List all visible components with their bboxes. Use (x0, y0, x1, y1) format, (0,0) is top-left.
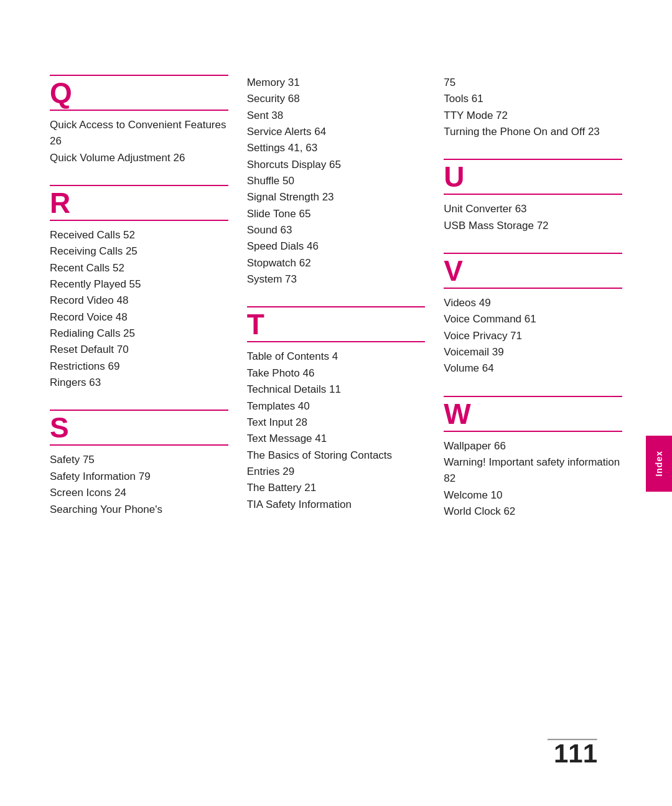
entry-q-2: Quick Volume Adjustment 26 (50, 150, 228, 166)
entry-v-2: Voice Command 61 (444, 311, 622, 327)
entry-u-2: USB Mass Storage 72 (444, 218, 622, 234)
entry-sc-7: Shuffle 50 (247, 173, 426, 189)
entry-u-1: Unit Converter 63 (444, 201, 622, 217)
divider-r (50, 220, 228, 221)
entry-r-2: Receiving Calls 25 (50, 243, 228, 260)
divider-top-q (50, 75, 228, 76)
entry-t-3: Technical Details 11 (247, 382, 426, 398)
entry-s-2: Safety Information 79 (50, 469, 228, 485)
divider-top-s (50, 410, 228, 411)
entry-sc-10: Sound 63 (247, 222, 426, 238)
entry-r-3: Recent Calls 52 (50, 260, 228, 276)
entry-sc-11: Speed Dials 46 (247, 238, 426, 255)
entry-q-1: Quick Access to Convenient Features 26 (50, 117, 228, 150)
divider-top-r (50, 185, 228, 186)
entry-s-1: Safety 75 (50, 452, 228, 468)
section-t-cont: 75 Tools 61 TTY Mode 72 Turning the Phon… (444, 75, 622, 140)
section-r: R Received Calls 52 Receiving Calls 25 R… (50, 185, 228, 391)
entry-t-4: Templates 40 (247, 398, 426, 415)
entry-t-9: TIA Safety Information (247, 497, 426, 513)
entry-w-1: Wallpaper 66 (444, 438, 622, 454)
index-tab: Index (646, 436, 672, 492)
divider-s (50, 444, 228, 446)
entry-tc-1: 75 (444, 75, 622, 91)
section-s-cont: Memory 31 Security 68 Sent 38 Service Al… (247, 75, 426, 288)
entry-sc-4: Service Alerts 64 (247, 124, 426, 140)
divider-q (50, 110, 228, 111)
entry-sc-6: Shorcuts Display 65 (247, 157, 426, 173)
entry-sc-1: Memory 31 (247, 75, 426, 91)
entry-r-8: Reset Default 70 (50, 342, 228, 358)
entry-sc-3: Sent 38 (247, 108, 426, 124)
entry-w-2: Warning! Important safety information 82 (444, 454, 622, 487)
entry-v-3: Voice Privacy 71 (444, 328, 622, 344)
entry-v-1: Videos 49 (444, 295, 622, 311)
section-v: V Videos 49 Voice Command 61 Voice Priva… (444, 253, 622, 377)
letter-r: R (50, 189, 228, 217)
letter-q: Q (50, 78, 228, 107)
entry-tc-2: Tools 61 (444, 91, 622, 107)
entry-r-9: Restrictions 69 (50, 358, 228, 375)
page-number: 111 (554, 739, 597, 769)
entry-sc-2: Security 68 (247, 91, 426, 107)
divider-w (444, 431, 622, 432)
entry-sc-13: System 73 (247, 271, 426, 288)
entry-w-3: Welcome 10 (444, 487, 622, 504)
entry-r-5: Record Video 48 (50, 293, 228, 309)
entry-r-1: Received Calls 52 (50, 227, 228, 243)
entry-t-7: The Basics of Storing Contacts Entries 2… (247, 448, 426, 480)
divider-top-w (444, 396, 622, 397)
entry-tc-4: Turning the Phone On and Off 23 (444, 124, 622, 140)
divider-v (444, 288, 622, 289)
section-t: T Table of Contents 4 Take Photo 46 Tech… (247, 306, 426, 512)
column-1: Q Quick Access to Convenient Features 26… (50, 75, 247, 756)
section-u: U Unit Converter 63 USB Mass Storage 72 (444, 159, 622, 234)
divider-top-t (247, 306, 426, 307)
entry-r-4: Recently Played 55 (50, 276, 228, 293)
entry-sc-8: Signal Strength 23 (247, 189, 426, 205)
entry-r-6: Record Voice 48 (50, 309, 228, 326)
divider-u (444, 194, 622, 195)
section-s: S Safety 75 Safety Information 79 Screen… (50, 410, 228, 517)
entry-tc-3: TTY Mode 72 (444, 108, 622, 124)
section-q: Q Quick Access to Convenient Features 26… (50, 75, 228, 166)
entry-t-5: Text Input 28 (247, 415, 426, 431)
letter-s: S (50, 413, 228, 442)
divider-t (247, 341, 426, 342)
entry-t-1: Table of Contents 4 (247, 349, 426, 365)
entry-v-4: Voicemail 39 (444, 344, 622, 360)
entry-sc-5: Settings 41, 63 (247, 140, 426, 156)
entry-s-4: Searching Your Phone's (50, 502, 228, 518)
entry-r-7: Redialing Calls 25 (50, 326, 228, 342)
page-content: Q Quick Access to Convenient Features 26… (0, 0, 672, 806)
divider-top-u (444, 159, 622, 160)
entry-r-10: Ringers 63 (50, 375, 228, 391)
letter-u: U (444, 162, 622, 191)
letter-v: V (444, 256, 622, 285)
entry-sc-9: Slide Tone 65 (247, 206, 426, 222)
section-w: W Wallpaper 66 Warning! Important safety… (444, 396, 622, 520)
entry-t-8: The Battery 21 (247, 480, 426, 496)
column-3: 75 Tools 61 TTY Mode 72 Turning the Phon… (444, 75, 622, 756)
letter-t: T (247, 310, 426, 339)
letter-w: W (444, 400, 622, 428)
entry-t-2: Take Photo 46 (247, 365, 426, 382)
column-2: Memory 31 Security 68 Sent 38 Service Al… (247, 75, 444, 756)
entry-w-4: World Clock 62 (444, 504, 622, 520)
index-tab-label: Index (654, 451, 664, 477)
entry-t-6: Text Message 41 (247, 431, 426, 447)
entry-v-5: Volume 64 (444, 360, 622, 377)
divider-top-v (444, 253, 622, 254)
entry-sc-12: Stopwatch 62 (247, 255, 426, 271)
entry-s-3: Screen Icons 24 (50, 485, 228, 501)
